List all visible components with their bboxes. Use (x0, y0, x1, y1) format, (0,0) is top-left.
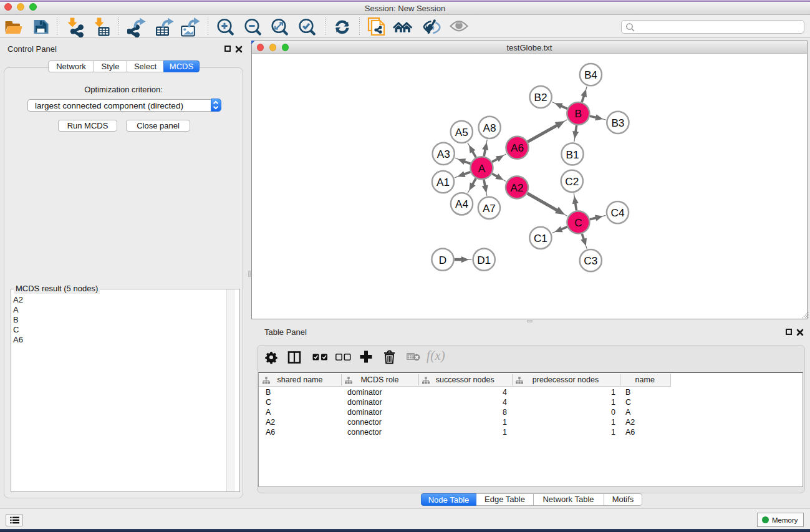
svg-text:C1: C1 (534, 232, 547, 244)
svg-text:C3: C3 (584, 254, 597, 267)
svg-text:A7: A7 (483, 202, 496, 215)
svg-text:A3: A3 (437, 148, 450, 160)
svg-text:A2: A2 (510, 181, 523, 194)
svg-text:B3: B3 (611, 117, 624, 129)
svg-text:D: D (439, 254, 446, 266)
svg-text:D1: D1 (477, 254, 491, 266)
svg-text:A1: A1 (436, 176, 450, 188)
svg-text:C2: C2 (565, 175, 579, 188)
svg-text:A: A (478, 162, 486, 175)
svg-text:B4: B4 (584, 69, 597, 81)
svg-text:B2: B2 (534, 91, 547, 104)
svg-text:B1: B1 (566, 148, 579, 161)
svg-text:B: B (575, 107, 582, 120)
svg-text:C4: C4 (611, 206, 625, 219)
svg-text:A8: A8 (483, 122, 496, 134)
svg-text:A4: A4 (455, 198, 468, 210)
svg-text:A6: A6 (511, 142, 524, 154)
svg-text:A5: A5 (455, 126, 468, 138)
svg-text:C: C (574, 216, 582, 229)
